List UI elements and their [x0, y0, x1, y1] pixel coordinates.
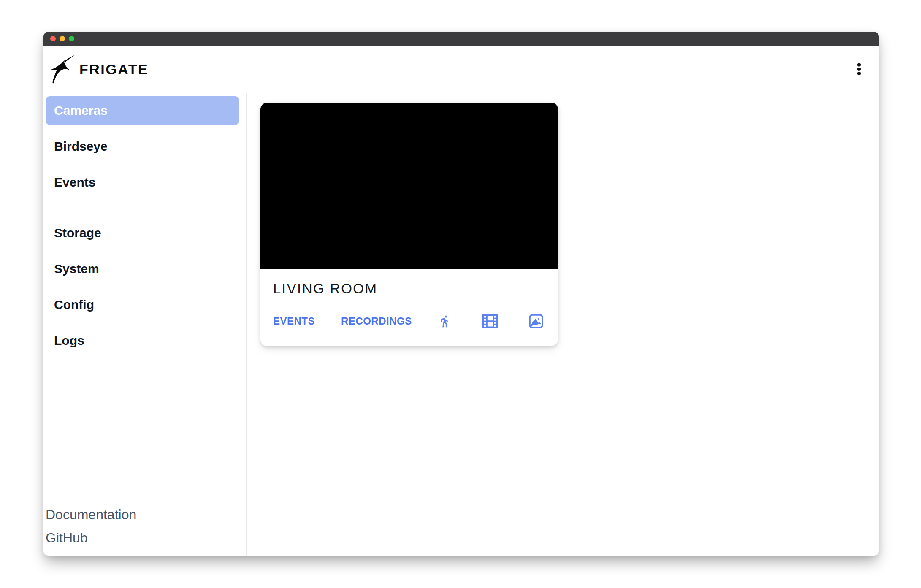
sidebar-item-birdseye[interactable]: Birdseye — [46, 132, 239, 161]
frigate-bird-icon — [49, 54, 76, 84]
sidebar-item-label: Events — [54, 175, 95, 190]
app-window: FRIGATE Cameras Birdseye Events Stor — [43, 32, 879, 556]
sidebar-item-config[interactable]: Config — [46, 290, 239, 319]
camera-video-thumbnail[interactable] — [260, 103, 558, 269]
sidebar-spacer — [46, 377, 239, 503]
zoom-window-button[interactable] — [69, 36, 74, 41]
app-header: FRIGATE — [43, 46, 879, 93]
camera-name: LIVING ROOM — [273, 279, 544, 298]
close-window-button[interactable] — [50, 36, 56, 41]
film-icon[interactable] — [482, 314, 498, 328]
sidebar-link-documentation[interactable]: Documentation — [46, 503, 239, 526]
sidebar-item-label: Cameras — [54, 103, 108, 118]
camera-toggle-icons — [439, 312, 544, 331]
sidebar-item-label: Storage — [54, 226, 101, 240]
footer-link-label: Documentation — [46, 507, 136, 522]
sidebar-item-label: Config — [54, 298, 94, 312]
sidebar-item-logs[interactable]: Logs — [46, 326, 239, 355]
sidebar-item-storage[interactable]: Storage — [46, 219, 239, 247]
sidebar-item-cameras[interactable]: Cameras — [46, 96, 239, 125]
camera-card-actions: EVENTS RECORDINGS — [273, 312, 544, 331]
sidebar-item-label: Logs — [54, 333, 84, 348]
sidebar: Cameras Birdseye Events Storage System C… — [43, 93, 247, 556]
sidebar-item-events[interactable]: Events — [46, 168, 239, 197]
content-area: Cameras Birdseye Events Storage System C… — [43, 93, 879, 556]
sidebar-item-label: System — [54, 262, 99, 276]
window-titlebar[interactable] — [43, 32, 879, 46]
image-icon[interactable] — [528, 314, 544, 329]
walk-icon[interactable] — [439, 312, 452, 331]
sidebar-link-github[interactable]: GitHub — [46, 526, 239, 550]
footer-link-label: GitHub — [46, 530, 88, 545]
minimize-window-button[interactable] — [60, 36, 65, 41]
main-content: LIVING ROOM EVENTS RECORDINGS — [247, 93, 879, 556]
app-title: FRIGATE — [79, 61, 149, 78]
sidebar-divider — [43, 211, 246, 211]
camera-card-info: LIVING ROOM EVENTS RECORDINGS — [260, 269, 558, 346]
kebab-menu-icon[interactable] — [854, 60, 864, 78]
sidebar-divider — [43, 369, 246, 369]
camera-card: LIVING ROOM EVENTS RECORDINGS — [260, 103, 558, 346]
sidebar-item-system[interactable]: System — [46, 255, 239, 283]
sidebar-item-label: Birdseye — [54, 139, 108, 154]
camera-recordings-link[interactable]: RECORDINGS — [341, 315, 412, 327]
camera-events-link[interactable]: EVENTS — [273, 315, 315, 327]
